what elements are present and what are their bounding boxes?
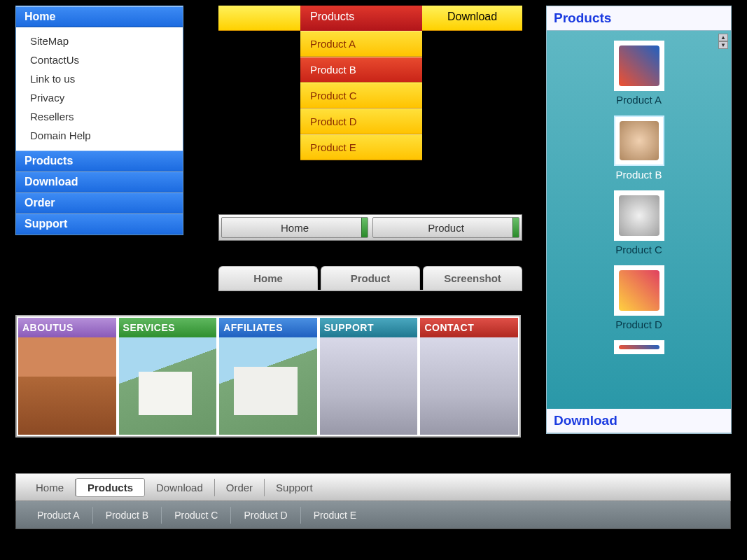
- bb-order[interactable]: Order: [215, 479, 265, 496]
- card-head-affiliates: AFFILIATES: [219, 318, 317, 337]
- card-image-contact: [420, 337, 518, 435]
- card-head-services: SERVICES: [119, 318, 217, 337]
- vmenu-header-order[interactable]: Order: [16, 192, 183, 214]
- bottom-row-sub: Product A Product B Product C Product D …: [15, 501, 731, 529]
- card-head-support: SUPPORT: [320, 318, 418, 337]
- vmenu-header-home[interactable]: Home: [16, 6, 183, 27]
- dropdown-item-e[interactable]: Product E: [300, 134, 422, 160]
- scroll-down-icon[interactable]: ▼: [718, 41, 728, 49]
- dropdown-item-b[interactable]: Product B: [300, 57, 422, 83]
- label-product-d: Product D: [615, 318, 662, 330]
- scroll-up-icon[interactable]: ▲: [718, 34, 728, 41]
- tab-product[interactable]: Product: [321, 266, 420, 290]
- topbar-products[interactable]: Products: [300, 6, 422, 31]
- vmenu-body: SiteMap ContactUs Link to us Privacy Res…: [16, 27, 183, 150]
- tab-home[interactable]: Home: [218, 266, 318, 290]
- vmenu-item-contactus[interactable]: ContactUs: [16, 50, 183, 69]
- image-card-row: ABOUTUS SERVICES AFFILIATES SUPPORT CONT…: [15, 315, 521, 438]
- right-item-c[interactable]: Product C: [547, 190, 731, 255]
- vmenu-item-domainhelp[interactable]: Domain Help: [16, 126, 183, 145]
- card-services[interactable]: SERVICES: [119, 318, 217, 435]
- bb2-product-e[interactable]: Product E: [301, 507, 369, 524]
- vmenu-header-products[interactable]: Products: [16, 150, 183, 172]
- card-aboutus[interactable]: ABOUTUS: [18, 318, 116, 435]
- bb-home[interactable]: Home: [25, 479, 76, 496]
- card-image-aboutus: [18, 337, 116, 435]
- card-head-aboutus: ABOUTUS: [18, 318, 116, 337]
- card-contact[interactable]: CONTACT: [420, 318, 518, 435]
- bb2-product-a[interactable]: Product A: [25, 507, 93, 524]
- thumb-product-b: [614, 115, 664, 166]
- card-support[interactable]: SUPPORT: [320, 318, 418, 435]
- vmenu-item-sitemap[interactable]: SiteMap: [16, 31, 183, 50]
- right-panel-download[interactable]: Download: [547, 409, 731, 433]
- bb2-product-b[interactable]: Product B: [93, 507, 162, 524]
- right-item-b[interactable]: Product B: [547, 115, 731, 181]
- label-product-b: Product B: [616, 169, 662, 181]
- bottom-row-main: Home Products Download Order Support: [15, 473, 731, 501]
- vertical-menu: Home SiteMap ContactUs Link to us Privac…: [15, 6, 183, 235]
- card-image-support: [320, 337, 418, 435]
- tab-screenshot[interactable]: Screenshot: [423, 266, 522, 290]
- product-dropdown: Product A Product B Product C Product D …: [300, 31, 422, 160]
- vmenu-header-download[interactable]: Download: [16, 172, 183, 192]
- label-product-c: Product C: [615, 244, 662, 255]
- right-panel-title: Products: [547, 6, 731, 31]
- right-products-panel: Products ▲ ▼ Product A Product B Product…: [546, 6, 732, 434]
- dropdown-item-d[interactable]: Product D: [300, 108, 422, 134]
- card-head-contact: CONTACT: [420, 318, 518, 337]
- vmenu-header-support[interactable]: Support: [16, 214, 183, 234]
- tab-strip: Home Product Screenshot: [218, 266, 522, 291]
- bb-support[interactable]: Support: [265, 479, 324, 496]
- bottom-menu-bar: Home Products Download Order Support Pro…: [15, 473, 731, 529]
- bb2-product-d[interactable]: Product D: [231, 507, 300, 524]
- vmenu-item-link[interactable]: Link to us: [16, 69, 183, 88]
- label-product-a: Product A: [616, 94, 662, 106]
- silver-button-home[interactable]: Home: [221, 217, 368, 238]
- bb-products[interactable]: Products: [76, 478, 145, 497]
- thumb-product-a: [614, 41, 664, 91]
- bb2-product-c[interactable]: Product C: [162, 507, 231, 524]
- right-item-e-partial[interactable]: [547, 340, 731, 354]
- topbar-download[interactable]: Download: [422, 6, 522, 31]
- silver-button-product[interactable]: Product: [372, 217, 519, 238]
- vmenu-item-privacy[interactable]: Privacy: [16, 88, 183, 107]
- bb-download[interactable]: Download: [145, 479, 215, 496]
- right-panel-body: ▲ ▼ Product A Product B Product C Produc…: [547, 31, 731, 409]
- thumb-product-d: [614, 265, 664, 316]
- vmenu-item-resellers[interactable]: Resellers: [16, 107, 183, 126]
- card-image-services: [119, 337, 217, 435]
- right-panel-scroll: ▲ ▼: [718, 34, 728, 49]
- top-dropdown-menu: Products Download Product A Product B Pr…: [218, 6, 522, 160]
- dropdown-item-c[interactable]: Product C: [300, 83, 422, 108]
- topbar-spacer: [218, 6, 300, 31]
- silver-button-bar: Home Product: [218, 214, 522, 241]
- right-item-d[interactable]: Product D: [547, 265, 731, 330]
- thumb-product-c: [614, 190, 664, 241]
- right-item-a[interactable]: Product A: [547, 41, 731, 106]
- card-affiliates[interactable]: AFFILIATES: [219, 318, 317, 435]
- card-image-affiliates: [219, 337, 317, 435]
- thumb-product-e: [614, 340, 664, 354]
- dropdown-item-a[interactable]: Product A: [300, 31, 422, 57]
